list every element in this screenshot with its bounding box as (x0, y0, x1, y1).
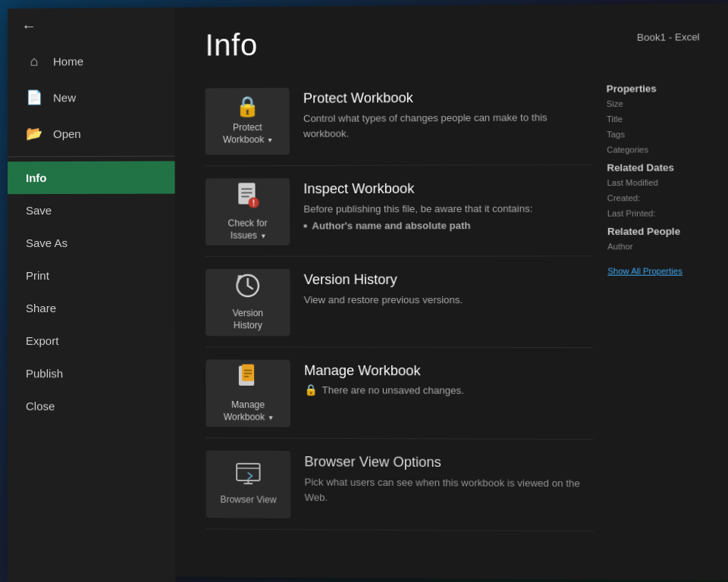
new-icon: 📄 (26, 89, 42, 105)
sidebar-item-save[interactable]: Save (8, 194, 175, 227)
prop-categories-label: Categories (607, 145, 701, 155)
manage-workbook-button[interactable]: ManageWorkbook ▾ (206, 360, 290, 427)
sidebar-label-print: Print (26, 269, 49, 282)
prop-author-label: Author (607, 242, 701, 251)
sidebar-item-open[interactable]: 📂 Open (8, 115, 174, 152)
version-info: Version History View and restore previou… (304, 269, 592, 308)
prop-last-modified: Last Modified (607, 178, 701, 188)
version-btn-label: VersionHistory (233, 308, 264, 332)
sidebar-item-export[interactable]: Export (8, 324, 175, 357)
prop-size: Size (607, 99, 701, 108)
home-icon: ⌂ (26, 54, 42, 70)
sidebar-label-save: Save (26, 204, 52, 217)
sidebar-item-publish[interactable]: Publish (8, 357, 175, 390)
version-history-section: VersionHistory Version History View and … (206, 258, 592, 348)
page-title: Info (205, 28, 257, 62)
svg-text:!: ! (253, 199, 255, 208)
show-all-properties-link[interactable]: Show All Properties (607, 266, 682, 275)
browser-description: Pick what users can see when this workbo… (304, 474, 593, 506)
sidebar-label-info: Info (26, 171, 46, 184)
sidebar-label-save-as: Save As (26, 236, 67, 249)
sidebar-item-close[interactable]: Close (8, 390, 175, 423)
main-content: Info Book1 - Excel 🔒 ProtectWorkbook ▾ P… (174, 4, 728, 581)
open-icon: 📂 (26, 125, 42, 142)
protect-description: Control what types of changes people can… (303, 110, 592, 141)
back-button[interactable]: ← (8, 8, 174, 44)
related-people-title: Related People (607, 226, 701, 237)
sidebar-item-print[interactable]: Print (8, 259, 175, 292)
info-sections: 🔒 ProtectWorkbook ▾ Protect Workbook Con… (206, 76, 594, 532)
sidebar-item-new[interactable]: 📄 New (8, 79, 174, 116)
browser-btn-label: Browser View (220, 494, 276, 506)
properties-title: Properties (607, 83, 701, 95)
manage-lock-icon: 🔒 (304, 383, 317, 396)
version-history-button[interactable]: VersionHistory (206, 269, 290, 336)
protect-info: Protect Workbook Control what types of c… (303, 86, 592, 141)
protect-title: Protect Workbook (303, 89, 591, 107)
check-btn-label: Check forIssues ▾ (228, 218, 268, 242)
properties-panel: Properties Size Title Tags Categories Re… (591, 75, 704, 533)
prop-categories: Categories (607, 145, 701, 155)
prop-title: Title (607, 114, 701, 124)
protect-workbook-section: 🔒 ProtectWorkbook ▾ Protect Workbook Con… (206, 76, 592, 167)
manage-workbook-section: ManageWorkbook ▾ Manage Workbook 🔒 There… (206, 349, 593, 440)
sidebar-label-close: Close (26, 399, 55, 412)
browser-title: Browser View Options (304, 454, 593, 471)
prop-author: Author (607, 242, 701, 251)
sidebar-label-open: Open (53, 127, 81, 140)
related-dates-title: Related Dates (607, 161, 701, 174)
browser-view-icon (235, 462, 262, 489)
version-title: Version History (304, 272, 592, 288)
manage-note-text: There are no unsaved changes. (322, 384, 463, 396)
sidebar-item-save-as[interactable]: Save As (8, 227, 175, 259)
chevron-icon3: ▾ (269, 413, 273, 421)
version-description: View and restore previous versions. (304, 293, 592, 308)
manage-note: 🔒 There are no unsaved changes. (304, 383, 593, 396)
sidebar-label-new: New (53, 91, 76, 104)
prop-last-printed: Last Printed: (607, 208, 701, 217)
chevron-icon2: ▾ (261, 232, 265, 240)
inspect-icon: ! (235, 182, 259, 212)
inspect-info: Inspect Workbook Before publishing this … (303, 177, 592, 231)
check-issues-button[interactable]: ! Check forIssues ▾ (206, 178, 290, 246)
sidebar: ← ⌂ Home 📄 New 📂 Open Info Save Save As … (8, 8, 176, 582)
lock-icon: 🔒 (235, 96, 259, 116)
sidebar-label-share: Share (26, 302, 56, 314)
sidebar-item-info[interactable]: Info (8, 161, 175, 195)
inspect-description: Before publishing this file, be aware th… (303, 201, 592, 216)
svg-rect-9 (242, 365, 254, 381)
sidebar-label-home: Home (53, 55, 83, 67)
sidebar-label-export: Export (26, 334, 58, 347)
inspect-workbook-section: ! Check forIssues ▾ Inspect Workbook Bef… (206, 167, 592, 257)
sidebar-item-home[interactable]: ⌂ Home (8, 43, 174, 80)
chevron-icon: ▾ (268, 136, 272, 144)
workbook-name: Book1 - Excel (637, 25, 700, 43)
prop-last-modified-label: Last Modified (607, 178, 701, 188)
manage-workbook-icon (237, 363, 259, 393)
inspect-title: Inspect Workbook (303, 180, 592, 197)
prop-tags-label: Tags (607, 130, 701, 139)
manage-btn-label: ManageWorkbook ▾ (224, 399, 273, 424)
sidebar-label-publish: Publish (26, 367, 63, 380)
prop-tags: Tags (607, 130, 701, 139)
prop-last-printed-label: Last Printed: (607, 208, 701, 217)
protect-btn-label: ProtectWorkbook ▾ (223, 122, 272, 146)
manage-info: Manage Workbook 🔒 There are no unsaved c… (304, 360, 593, 396)
prop-size-label: Size (607, 99, 701, 108)
browser-info: Browser View Options Pick what users can… (304, 451, 593, 506)
version-history-icon (234, 273, 260, 302)
prop-title-label: Title (607, 114, 701, 124)
sidebar-item-share[interactable]: Share (8, 292, 175, 324)
prop-created-label: Created: (607, 193, 701, 202)
browser-view-button[interactable]: Browser View (206, 450, 291, 518)
inspect-bullet: Author's name and absolute path (303, 219, 592, 231)
prop-created: Created: (607, 193, 701, 202)
browser-view-section: Browser View Browser View Options Pick w… (206, 440, 595, 531)
protect-workbook-button[interactable]: 🔒 ProtectWorkbook ▾ (206, 88, 290, 155)
manage-title: Manage Workbook (304, 363, 593, 380)
